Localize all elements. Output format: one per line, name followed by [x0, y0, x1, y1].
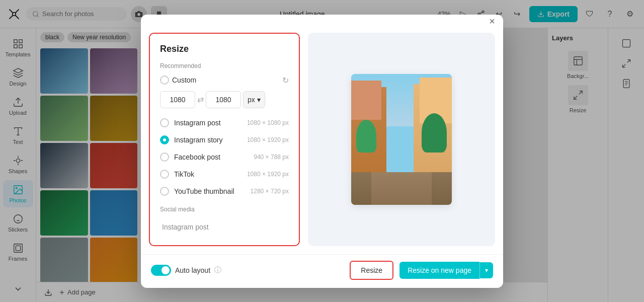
recommended-label: Recommended — [160, 62, 289, 69]
modal-body: Resize Recommended Custom ↻ ⇄ px ▾ — [141, 25, 503, 254]
modal-overlay: × Resize Recommended Custom ↻ ⇄ — [0, 0, 644, 302]
custom-label: Custom — [172, 76, 279, 84]
modal-footer: Auto layout ⓘ Resize Resize on new page … — [141, 254, 503, 288]
option-youtube-thumbnail[interactable]: YouTube thumbnail 1280 × 720 px — [160, 183, 289, 200]
resize-on-new-page-button[interactable]: Resize on new page — [399, 262, 479, 279]
modal-close-button[interactable]: × — [485, 15, 499, 29]
social-instagram-label: Instagram post — [160, 223, 289, 231]
refresh-button[interactable]: ↻ — [282, 76, 289, 85]
modal-left-panel: Resize Recommended Custom ↻ ⇄ px ▾ — [149, 33, 300, 246]
instagram-post-size: 1080 × 1080 px — [247, 119, 289, 126]
tiktok-radio[interactable] — [160, 170, 169, 179]
facebook-post-label: Facebook post — [174, 153, 249, 161]
option-tiktok[interactable]: TikTok 1080 × 1920 px — [160, 166, 289, 183]
auto-layout-toggle-switch[interactable] — [151, 265, 171, 276]
facebook-post-radio[interactable] — [160, 153, 169, 162]
tiktok-label: TikTok — [174, 170, 242, 178]
modal-right-panel — [308, 33, 495, 246]
instagram-post-radio[interactable] — [160, 118, 169, 127]
tiktok-size: 1080 × 1920 px — [247, 171, 289, 178]
modal-title: Resize — [160, 44, 289, 54]
option-instagram-post[interactable]: Instagram post 1080 × 1080 px — [160, 114, 289, 131]
auto-layout-info-icon[interactable]: ⓘ — [214, 266, 221, 275]
resize-on-new-page-arrow[interactable]: ▾ — [479, 262, 493, 278]
youtube-radio[interactable] — [160, 187, 169, 196]
auto-layout-label: Auto layout — [175, 266, 210, 274]
resize-on-new-page-group: Resize on new page ▾ — [399, 262, 493, 279]
option-facebook-post[interactable]: Facebook post 940 × 788 px — [160, 148, 289, 166]
preview-image — [351, 74, 452, 205]
modal-header: × — [141, 15, 503, 25]
social-media-label: Social media — [160, 206, 289, 213]
custom-radio[interactable] — [160, 76, 169, 85]
unit-chevron-icon: ▾ — [257, 96, 261, 104]
unit-value: px — [248, 96, 255, 104]
option-instagram-story[interactable]: Instagram story 1080 × 1920 px — [160, 131, 289, 148]
auto-layout-toggle: Auto layout ⓘ — [151, 265, 221, 276]
custom-option-row: Custom ↻ — [160, 76, 289, 85]
dimension-inputs: ⇄ px ▾ — [160, 91, 289, 108]
social-instagram-post-option[interactable]: Instagram post — [160, 219, 289, 235]
width-input[interactable] — [160, 91, 195, 108]
dimension-separator: ⇄ — [197, 95, 204, 104]
height-input[interactable] — [206, 91, 241, 108]
resize-modal: × Resize Recommended Custom ↻ ⇄ — [141, 15, 503, 288]
instagram-story-label: Instagram story — [174, 136, 242, 144]
resize-button[interactable]: Resize — [350, 261, 393, 280]
facebook-post-size: 940 × 788 px — [254, 154, 289, 161]
instagram-post-label: Instagram post — [174, 119, 242, 127]
unit-select[interactable]: px ▾ — [243, 91, 265, 108]
preview-container — [351, 74, 452, 205]
youtube-size: 1280 × 720 px — [251, 188, 289, 195]
instagram-story-radio[interactable] — [160, 135, 169, 144]
instagram-story-size: 1080 × 1920 px — [247, 136, 289, 143]
youtube-label: YouTube thumbnail — [174, 187, 246, 195]
